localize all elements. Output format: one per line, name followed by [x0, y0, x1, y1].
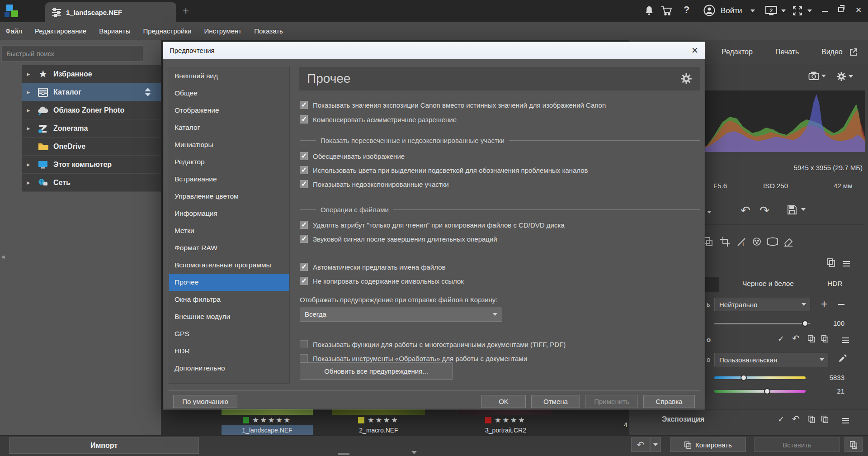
histogram-settings-gear-icon[interactable]: [836, 71, 853, 81]
tint-slider[interactable]: [714, 390, 806, 393]
expand-arrow-icon[interactable]: ▶: [22, 90, 35, 95]
category-item[interactable]: Вспомогательные программы: [169, 256, 289, 274]
panel-collapse-arrow-icon[interactable]: ◄: [0, 253, 6, 260]
option-show-underexposed[interactable]: Показывать недоэкспонированные участки: [300, 179, 449, 190]
menu-edit[interactable]: Редактирование: [35, 27, 86, 35]
expand-arrow-icon[interactable]: ▶: [22, 72, 35, 76]
sidebar-item-zonerama[interactable]: ▶ Zonerama: [22, 119, 161, 138]
account-avatar-icon[interactable]: [703, 5, 715, 16]
tab-black-and-white[interactable]: Черное и белое: [742, 280, 794, 288]
category-item-selected[interactable]: Прочее: [169, 274, 289, 291]
menu-view[interactable]: Показать: [254, 27, 283, 35]
tint-knob[interactable]: [764, 388, 770, 394]
thumbnail-1[interactable]: ★★★★★ 1_landscape.NEF: [222, 409, 313, 435]
minimize-button[interactable]: [822, 11, 828, 12]
category-item[interactable]: Управление цветом: [169, 188, 289, 205]
tab-hdr[interactable]: HDR: [827, 280, 843, 288]
option-remove-readonly[interactable]: Удалять атрибут "только для чтения" при …: [300, 219, 565, 230]
checkbox[interactable]: [300, 152, 308, 160]
undo-icon[interactable]: ↶: [741, 204, 750, 218]
sidebar-item-onedrive[interactable]: OneDrive: [22, 138, 161, 156]
category-item[interactable]: Формат RAW: [169, 239, 289, 256]
category-item[interactable]: Миниатюры: [169, 136, 289, 153]
exposure-paste-icon[interactable]: [821, 415, 829, 423]
close-window-button[interactable]: ✕: [855, 5, 862, 15]
checkbox[interactable]: [300, 277, 308, 285]
defaults-button[interactable]: По умолчанию: [173, 395, 237, 408]
wb-enabled-check-icon[interactable]: ✓: [778, 334, 784, 344]
mode-print[interactable]: Печать: [775, 48, 799, 56]
category-item[interactable]: Общее: [169, 85, 289, 102]
color-label-chip[interactable]: [485, 417, 491, 423]
checkbox[interactable]: [300, 101, 308, 109]
document-tab[interactable]: 1_landscape.NEF: [45, 2, 176, 22]
save-icon[interactable]: [787, 204, 797, 215]
option-symlink-content[interactable]: Не копировать содержание символьных ссыл…: [300, 276, 464, 286]
eyedropper-icon[interactable]: [838, 354, 847, 363]
restore-button[interactable]: [838, 7, 844, 12]
help-icon[interactable]: ?: [684, 4, 689, 16]
color-tab-fragment[interactable]: [705, 277, 719, 292]
sidebar-item-this-computer[interactable]: ▶ Этот компьютер: [22, 156, 161, 174]
category-item[interactable]: Отображение: [169, 102, 289, 119]
apply-button[interactable]: Применить: [585, 395, 638, 408]
temperature-knob[interactable]: [741, 375, 747, 381]
history-dropdown-icon[interactable]: [707, 211, 712, 214]
option-desaturate-image[interactable]: Обесцвечивать изображение: [300, 151, 405, 162]
category-item[interactable]: HDR: [169, 342, 289, 360]
option-multipage-documents[interactable]: Показывать функции для работы с многостр…: [300, 339, 566, 350]
second-monitor-icon[interactable]: 2: [765, 5, 778, 16]
remove-preset-icon[interactable]: [838, 304, 844, 305]
option-suggest-filenames[interactable]: Автоматически предлагать имена файлов: [300, 261, 445, 272]
category-item[interactable]: Окна фильтра: [169, 291, 289, 308]
slider-knob[interactable]: [802, 320, 808, 327]
checkbox[interactable]: [300, 180, 308, 188]
wb-paste-icon[interactable]: [821, 335, 829, 342]
filmstrip-collapse-icon[interactable]: [411, 451, 417, 454]
sort-icon[interactable]: [145, 88, 151, 96]
login-dropdown-icon[interactable]: [750, 10, 755, 12]
option-asymmetric-resolution[interactable]: Компенсировать асимметричное разрешение: [300, 114, 457, 125]
expand-arrow-icon[interactable]: ▶: [22, 180, 35, 185]
fullscreen-dropdown-icon[interactable]: [807, 10, 812, 12]
exposure-menu-icon[interactable]: [842, 417, 849, 425]
panorama-tool-icon[interactable]: [767, 236, 778, 247]
notifications-bell-icon[interactable]: [644, 5, 655, 16]
dialog-title-bar[interactable]: Предпочтения: [163, 42, 705, 59]
exposure-check-icon[interactable]: ✓: [778, 414, 784, 424]
trash-warning-select[interactable]: Всегда: [300, 307, 502, 322]
category-item[interactable]: Внешние модули: [169, 308, 289, 325]
new-tab-button[interactable]: +: [183, 5, 189, 17]
checkbox[interactable]: [300, 263, 308, 271]
ruler-tool-icon[interactable]: 1: [736, 236, 747, 247]
star-rating[interactable]: ★★★★★: [252, 416, 292, 424]
thumbnail-3[interactable]: ★★★★ 3_portrait.CR2: [459, 409, 552, 435]
option-canon-exposure[interactable]: Показывать значения экспозиции Canon вме…: [300, 100, 606, 110]
mode-editor[interactable]: Редактор: [722, 48, 753, 56]
ok-button[interactable]: OK: [481, 395, 526, 408]
menu-variants[interactable]: Варианты: [99, 27, 130, 35]
preset-select[interactable]: Нейтрально: [714, 298, 810, 311]
category-item[interactable]: Встраивание: [169, 171, 289, 188]
add-preset-icon[interactable]: +: [821, 298, 827, 310]
category-item[interactable]: Информация: [169, 205, 289, 222]
preset-amount-slider[interactable]: [714, 323, 810, 324]
import-button[interactable]: Импорт: [9, 437, 199, 454]
temperature-slider[interactable]: [714, 376, 806, 379]
sidebar-item-favorites[interactable]: ▶ ★ Избранное: [22, 65, 161, 83]
white-balance-select[interactable]: Пользовательская: [714, 353, 828, 366]
option-highlight-colors[interactable]: Использовать цвета при выделении подсвет…: [300, 165, 588, 176]
checkbox[interactable]: [300, 235, 308, 243]
search-input[interactable]: [1, 45, 143, 62]
color-label-chip[interactable]: [243, 417, 249, 423]
category-item[interactable]: Метки: [169, 222, 289, 239]
sidebar-item-catalog[interactable]: ▶ Каталог: [22, 83, 161, 101]
exposure-copy-icon[interactable]: [807, 415, 815, 423]
sidebar-item-zoner-cloud[interactable]: ▶ Облако Zoner Photo: [22, 101, 161, 119]
help-button[interactable]: Справка: [643, 395, 695, 408]
wb-copy-icon[interactable]: [807, 335, 815, 342]
checkbox[interactable]: [300, 115, 308, 124]
wb-reset-icon[interactable]: ↶: [792, 333, 800, 344]
category-item[interactable]: Внешний вид: [169, 67, 289, 85]
cancel-button[interactable]: Отмена: [531, 395, 580, 408]
